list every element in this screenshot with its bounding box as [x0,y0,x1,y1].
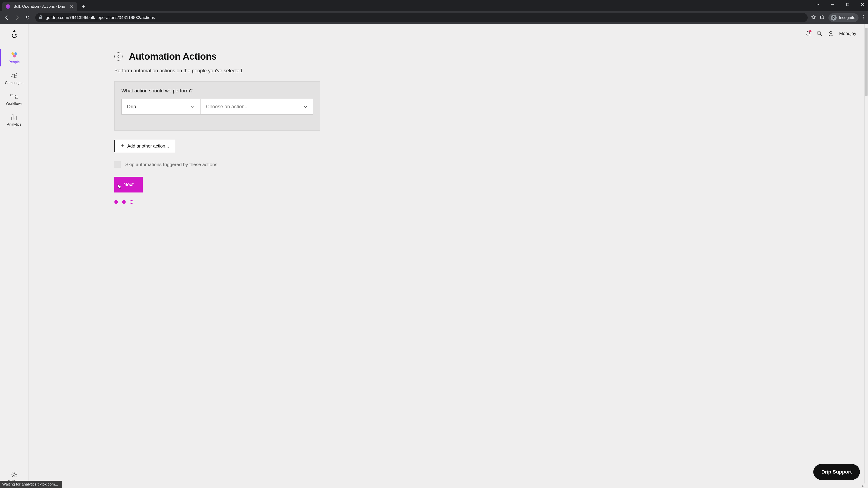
sidebar-item-campaigns[interactable]: Campaigns [0,68,28,89]
sidebar-item-workflows[interactable]: Workflows [0,89,28,110]
add-action-label: Add another action... [127,143,169,149]
svg-point-10 [15,34,16,35]
skip-checkbox[interactable] [114,161,121,168]
nav-back-button[interactable] [2,13,11,22]
sidebar-item-label: People [8,60,20,64]
megaphone-icon [10,72,19,79]
notifications-icon[interactable] [806,31,811,36]
username-label[interactable]: Moodjoy [839,31,856,36]
next-label: Next [123,182,133,187]
url-text: getdrip.com/7641396/bulk_operations/3481… [46,15,155,20]
page-title: Automation Actions [129,51,217,62]
page-viewport: People Campaigns Workflows Analytics [0,24,868,488]
action-placeholder: Choose an action... [206,104,249,109]
nav-reload-button[interactable] [23,13,32,22]
step-dot-1 [114,200,118,204]
close-tab-icon[interactable] [70,4,74,8]
app-topbar: Moodjoy [29,24,864,43]
scrollbar-corner [864,484,868,488]
action-select[interactable]: Choose an action... [200,99,313,115]
extensions-icon[interactable] [820,15,825,20]
svg-rect-1 [39,17,42,19]
bookmark-star-icon[interactable] [811,15,816,21]
back-button[interactable] [114,53,123,61]
tab-favicon [6,4,10,9]
chevron-down-icon [191,104,195,109]
skip-label: Skip automations triggered by these acti… [125,162,217,167]
step-dot-2 [122,200,126,204]
provider-value: Drip [127,104,136,109]
action-card: What action should we perform? Drip Choo… [114,81,320,131]
step-dot-3 [130,200,133,204]
sidebar-item-label: Analytics [7,123,21,127]
new-tab-button[interactable] [80,3,87,10]
svg-point-11 [11,53,14,55]
support-button[interactable]: Drip Support [813,464,860,480]
incognito-badge[interactable]: Incognito [829,13,859,22]
window-close-icon[interactable] [858,3,867,7]
svg-rect-3 [822,15,823,16]
browser-menu-icon[interactable] [863,15,864,21]
browser-status-text: Waiting for analytics.tiktok.com... [0,481,62,488]
chevron-down-icon [303,104,307,109]
address-bar: getdrip.com/7641396/bulk_operations/3481… [0,11,868,24]
incognito-icon [831,15,837,21]
nav-forward-button[interactable] [13,13,22,22]
sidebar-item-people[interactable]: People [0,47,28,68]
sidebar-item-label: Workflows [6,102,23,106]
lock-icon [39,15,42,20]
window-controls [813,0,867,10]
next-button[interactable]: Next [114,177,143,193]
search-icon[interactable] [816,31,822,36]
add-action-button[interactable]: Add another action... [114,140,175,152]
sidebar: People Campaigns Workflows Analytics [0,24,29,488]
svg-point-7 [863,17,864,18]
brand-logo[interactable] [9,29,19,38]
svg-point-17 [817,31,821,35]
step-indicator [114,200,864,204]
workflows-icon [10,93,19,100]
tabs-dropdown-icon[interactable] [813,3,822,7]
svg-point-18 [830,31,832,34]
provider-select[interactable]: Drip [121,99,200,115]
svg-rect-0 [846,3,849,6]
analytics-icon [10,114,19,121]
user-icon[interactable] [828,31,834,36]
svg-point-6 [863,15,864,16]
hscroll-right-arrow-icon[interactable]: ▶ [862,484,864,488]
svg-rect-2 [820,16,824,19]
tab-strip: Bulk Operation - Actions · Drip [0,0,868,11]
incognito-label: Incognito [839,15,855,20]
svg-point-8 [863,19,864,20]
card-question: What action should we perform? [121,88,313,94]
tab-title: Bulk Operation - Actions · Drip [13,4,66,9]
url-input[interactable]: getdrip.com/7641396/bulk_operations/3481… [35,13,808,22]
browser-tab[interactable]: Bulk Operation - Actions · Drip [2,2,77,11]
people-icon [10,52,19,58]
main-content: Automation Actions Perform automation ac… [29,51,864,204]
svg-point-4 [832,18,833,19]
svg-rect-15 [16,97,18,99]
plus-icon [121,143,124,149]
window-maximize-icon[interactable] [843,3,852,7]
support-label: Drip Support [822,469,852,475]
sidebar-item-analytics[interactable]: Analytics [0,110,28,131]
gear-icon [10,471,19,478]
svg-point-13 [13,55,16,57]
svg-point-5 [834,18,835,19]
vertical-scrollbar[interactable] [864,24,868,484]
svg-point-12 [14,53,17,55]
svg-point-9 [12,34,13,35]
window-minimize-icon[interactable] [828,3,837,7]
svg-point-16 [13,474,16,476]
page-subtitle: Perform automation actions on the people… [114,68,864,74]
svg-rect-14 [11,94,13,96]
sidebar-item-label: Campaigns [5,81,23,85]
